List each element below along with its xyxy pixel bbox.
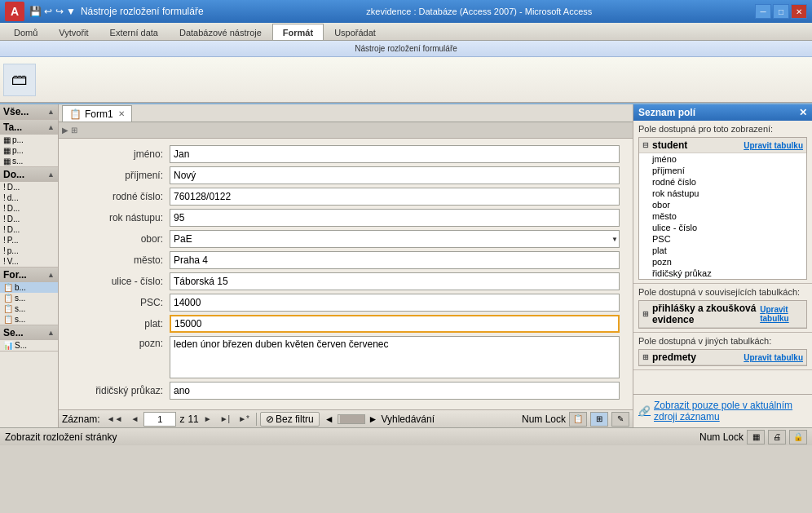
nav-item-do-p[interactable]: !P... [0,235,58,245]
input-plat[interactable] [170,315,620,333]
input-prijmeni[interactable] [170,166,620,184]
nav-item-for-b[interactable]: 📋b... [0,282,58,293]
num-lock-label: Num Lock [522,413,566,425]
nav-first-btn[interactable]: ◄◄ [104,413,126,424]
field-pozn[interactable]: pozn [639,256,806,268]
form-row-plat: plat: [72,315,620,333]
nav-do-expand: ▲ [47,170,55,179]
input-mesto[interactable] [170,251,620,269]
tab-create[interactable]: Vytvořit [48,24,99,40]
nav-item-se-s[interactable]: 📊S... [0,340,58,351]
ribbon-logo-icon: 🗃 [3,64,36,96]
input-ulice[interactable] [170,272,620,290]
label-rodne-cislo: rodné číslo: [72,191,170,202]
nav-item-do-d3[interactable]: !D... [0,203,58,214]
nav-item-for-s2[interactable]: 📋s... [0,303,58,314]
nav-item-do-p2[interactable]: !p... [0,245,58,256]
form-container: ▶ ⊞ jméno: příjmení: rodné číslo: [59,122,633,409]
view-icon-1[interactable]: ▦ [747,430,765,444]
field-mesto[interactable]: město [639,210,806,222]
horizontal-scrollbar[interactable] [338,414,365,424]
panel-close-btn[interactable]: ✕ [799,107,807,118]
nav-item-ta-p2[interactable]: ▦p... [0,145,58,156]
tab-external[interactable]: Externí data [99,24,169,40]
field-ulice-cislo[interactable]: ulice - číslo [639,222,806,233]
divider1 [256,413,257,426]
nav-item-do-d4[interactable]: !D... [0,214,58,224]
table-icon2: ▦ [3,146,11,155]
view-icon-3[interactable]: 🔒 [789,430,807,444]
input-pozn[interactable]: leden únor březen duben květen červen če… [170,336,620,378]
status-bar: Záznam: ◄◄ ◄ z 11 ► ►| ►* ⊘ Bez filtru ◄ [59,409,633,427]
manage-prihlasky-link[interactable]: Upravit tabulku [760,305,803,323]
left-nav: Vše... ▲ Ta... ▲ ▦p... ▦p... ▦s... Do...… [0,104,59,427]
scroll-container: ◄ ► [324,413,378,425]
record-number-input[interactable] [143,412,176,427]
nav-new-btn[interactable]: ►* [235,413,253,424]
form1-tab-close[interactable]: ✕ [118,109,125,118]
input-ridicsky[interactable] [170,382,620,400]
nav-item-for-s1[interactable]: 📋s... [0,293,58,303]
view-btn-design[interactable]: ✎ [611,412,629,427]
nav-item-ta-s[interactable]: ▦s... [0,156,58,166]
nav-item-do-d1[interactable]: !D... [0,182,58,192]
field-obor[interactable]: obor [639,199,806,210]
close-btn[interactable]: ✕ [791,4,807,19]
panel-bottom: 🔗 Zobrazit pouze pole v aktuálním zdroji… [633,394,812,427]
tab-home[interactable]: Domů [3,24,48,40]
nav-section-for-label: For... [3,269,27,281]
nav-next-btn[interactable]: ► [201,413,215,424]
field-group-prihlasky[interactable]: ⊞ přihlášky a zkoušková evidence Upravit… [639,301,806,328]
panel-header: Seznam polí ✕ [633,104,812,121]
nav-item-for-s3[interactable]: 📋s... [0,314,58,325]
nav-item-ta-p1[interactable]: ▦p... [0,135,58,145]
nav-section-se-header[interactable]: Se... ▲ [0,325,58,340]
nav-item-do-d2[interactable]: !d... [0,192,58,203]
minimize-btn[interactable]: ─ [755,4,771,19]
field-prijmeni[interactable]: příjmení [639,165,806,176]
filter-btn[interactable]: ⊘ Bez filtru [260,412,320,427]
field-group-predmety[interactable]: ⊞ predmety Upravit tabulku [639,350,806,365]
tab-format[interactable]: Formát [272,24,324,40]
title-center-text: zkevidence : Databáze (Access 2007) - Mi… [366,7,592,16]
nav-item-do-v[interactable]: !V... [0,256,58,267]
field-psc[interactable]: PSC [639,233,806,245]
nav-section-do-header[interactable]: Do... ▲ [0,167,58,182]
input-rok-nastupu[interactable] [170,209,620,227]
input-obor[interactable] [170,230,620,248]
nav-prev-btn[interactable]: ◄ [127,413,142,424]
nav-last-btn[interactable]: ►| [217,413,234,424]
ribbon-main: 🗃 [0,57,812,103]
scroll-left-btn[interactable]: ◄ [324,413,334,425]
field-jmeno[interactable]: jméno [639,153,806,165]
input-rodne-cislo[interactable] [170,188,620,206]
field-ridicsky-prukaz[interactable]: řidičský průkaz [639,268,806,279]
view-icon-2[interactable]: 🖨 [768,430,786,444]
field-rodne-cislo[interactable]: rodné číslo [639,176,806,188]
panel-title: Seznam polí [638,107,695,118]
maximize-btn[interactable]: □ [773,4,789,19]
input-psc[interactable] [170,294,620,312]
manage-predmety-link[interactable]: Upravit tabulku [744,353,803,362]
form1-tab[interactable]: 📋 Form1 ✕ [62,105,132,122]
section1-title: Pole dostupná pro toto zobrazení: [638,124,773,134]
tab-arrange[interactable]: Uspořádat [324,24,386,40]
view-btn-form[interactable]: 📋 [569,412,587,427]
form-icon4: 📋 [3,315,13,324]
nav-section-all-header[interactable]: Vše... ▲ [0,104,58,119]
field-rok-nastupu[interactable]: rok nástupu [639,188,806,199]
field-group-student[interactable]: ⊟ student Upravit tabulku [639,138,806,153]
show-only-btn[interactable]: 🔗 Zobrazit pouze pole v aktuálním zdroji… [638,400,807,422]
nav-expand-icon: ▲ [47,108,55,116]
nav-item-do-d5[interactable]: !D... [0,224,58,235]
input-jmeno[interactable] [170,145,620,163]
nav-section-ta-header[interactable]: Ta... ▲ [0,120,58,135]
report-icon: 📊 [3,341,13,350]
scroll-right-btn[interactable]: ► [368,413,378,425]
view-btn-layout[interactable]: ⊞ [590,412,608,427]
tab-db-tools[interactable]: Databázové nástroje [169,24,272,40]
manage-student-link[interactable]: Upravit tabulku [744,141,803,150]
nav-section-for-header[interactable]: For... ▲ [0,268,58,282]
field-plat[interactable]: plat [639,245,806,256]
predmety-group-label: predmety [652,352,696,363]
